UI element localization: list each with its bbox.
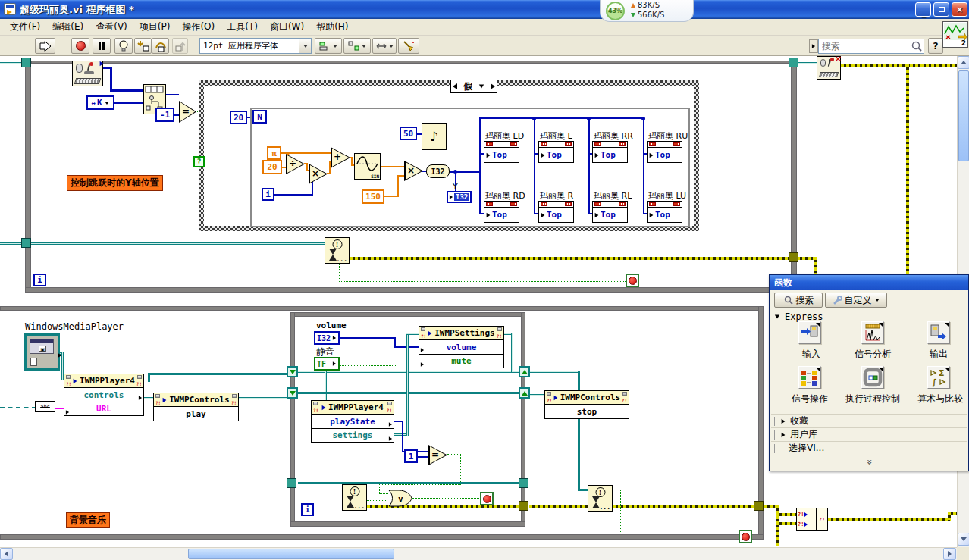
search-history-button[interactable] <box>809 39 818 53</box>
property-row-controls[interactable]: controls <box>64 388 143 402</box>
stop-button-terminal[interactable] <box>480 492 494 505</box>
multiply-node[interactable]: × <box>404 161 423 181</box>
palette-item-input[interactable] <box>798 321 821 344</box>
mario-property-node[interactable]: Top <box>484 141 519 163</box>
case-structure-border[interactable] <box>199 80 699 86</box>
to-long-integer-node[interactable]: I32 <box>426 164 450 178</box>
mario-property-node[interactable]: Top <box>538 141 574 163</box>
palette-search-button[interactable]: 搜索 <box>774 293 823 308</box>
sine-function-node[interactable]: SIN <box>354 153 381 180</box>
minus-one-constant[interactable]: -1 <box>155 108 174 122</box>
font-dropdown-arrow[interactable] <box>299 39 311 53</box>
shift-register-right[interactable] <box>519 366 530 377</box>
stop-button-terminal[interactable] <box>626 274 639 287</box>
resize-objects-button[interactable] <box>372 38 397 54</box>
acquire-input-data-icon[interactable] <box>72 61 103 86</box>
menu-window[interactable]: 窗口(W) <box>265 19 309 35</box>
palette-category-favorites[interactable]: 收藏 <box>771 414 967 427</box>
functions-palette[interactable]: 函数 搜索 自定义 Express <box>769 274 969 471</box>
key-enum-constant[interactable]: ↔K <box>86 95 114 110</box>
palette-item-output[interactable] <box>927 321 950 344</box>
mario-property-node[interactable]: Top <box>647 201 682 223</box>
mute-terminal[interactable]: TF <box>314 357 340 371</box>
search-icon[interactable] <box>910 40 924 52</box>
inner-while-loop-border[interactable] <box>290 312 525 317</box>
abort-button[interactable] <box>71 38 89 54</box>
step-into-button[interactable] <box>134 38 152 54</box>
net-speed-ball[interactable]: 43% <box>606 2 625 20</box>
close-input-device-icon[interactable]: × <box>817 56 841 80</box>
merge-errors-node[interactable]: ?!?! ?! <box>796 508 828 531</box>
twenty-constant[interactable]: 20 <box>262 160 282 174</box>
one-constant[interactable]: 1 <box>404 449 418 463</box>
mario-property-node[interactable]: Top <box>592 141 628 163</box>
add-node[interactable]: + <box>331 147 350 168</box>
play-invoke-node[interactable]: ?!?!IWMPControls play <box>153 393 239 421</box>
divide-node[interactable]: ÷ <box>286 154 305 174</box>
shift-register-right[interactable] <box>519 387 530 399</box>
step-out-button[interactable] <box>172 38 188 54</box>
time-delay-node[interactable]: !... <box>325 237 350 264</box>
wmp-activex-container[interactable]: ▣ <box>24 333 60 371</box>
menu-edit[interactable]: 编辑(E) <box>47 19 89 35</box>
title-bar[interactable]: 超级玛丽奥.vi 程序框图 * _ × <box>0 0 969 19</box>
while-loop-border[interactable] <box>25 61 31 293</box>
palette-item-signal-analysis[interactable] <box>861 321 884 344</box>
while-loop-border[interactable] <box>0 306 764 311</box>
shift-register-left[interactable] <box>287 366 298 377</box>
search-input[interactable] <box>819 41 910 52</box>
count-constant[interactable]: 20 <box>230 111 247 124</box>
step-over-button[interactable] <box>152 38 169 54</box>
equal-node[interactable]: = <box>179 101 196 123</box>
property-row-volume[interactable]: volume <box>419 340 503 354</box>
volume-terminal[interactable]: I32 <box>314 331 340 345</box>
beep-vi-icon[interactable]: ♪ <box>422 123 447 150</box>
palette-item-exec-control[interactable] <box>861 366 884 389</box>
amplitude-constant[interactable]: 150 <box>362 189 384 204</box>
iteration-terminal[interactable]: i <box>301 503 314 516</box>
bgm-comment-label[interactable]: 背景音乐 <box>66 512 110 528</box>
run-button[interactable] <box>35 38 55 54</box>
time-delay-node[interactable]: !... <box>342 484 367 511</box>
inner-while-loop-border[interactable] <box>290 312 295 527</box>
menu-project[interactable]: 项目(P) <box>134 19 176 35</box>
horizontal-scroll-thumb[interactable] <box>188 549 394 559</box>
method-row-stop[interactable]: stop <box>545 405 629 418</box>
vi-icon[interactable]: 2 <box>942 21 968 48</box>
palette-title-bar[interactable]: 函数 <box>770 275 968 290</box>
property-row-playstate[interactable]: playState <box>312 415 394 428</box>
case-dropdown-icon[interactable] <box>479 85 484 89</box>
player2-property-node[interactable]: ?!?!IWMPPlayer4 playState settings <box>311 400 394 443</box>
cleanup-diagram-button[interactable] <box>398 38 419 54</box>
stop-invoke-node[interactable]: ?!?!IWMPControls stop <box>544 390 629 419</box>
menu-view[interactable]: 查看(V) <box>90 19 133 35</box>
net-speed-widget[interactable]: 43% 83K/S 566K/S <box>600 0 694 22</box>
close-button[interactable]: × <box>952 2 967 17</box>
property-row-url[interactable]: URL <box>64 402 143 415</box>
font-selector[interactable]: 12pt 应用程序字体 <box>199 38 312 54</box>
context-help-button[interactable]: ? <box>928 38 943 54</box>
horizontal-scrollbar[interactable] <box>0 547 957 560</box>
method-row-play[interactable]: play <box>154 407 238 421</box>
settings-property-node[interactable]: ?!?!IWMPSettings volume mute <box>419 326 504 368</box>
palette-customize-button[interactable]: 自定义 <box>825 293 887 308</box>
while-loop-border[interactable] <box>25 287 797 293</box>
player1-property-node[interactable]: ?!?!IWMPPlayer4 controls URL <box>64 374 144 416</box>
mario-property-node[interactable]: Top <box>484 201 519 223</box>
y-local-variable[interactable]: I32 <box>447 191 472 203</box>
loop-condition-terminal[interactable] <box>739 530 752 543</box>
scroll-right-button[interactable] <box>943 548 956 560</box>
property-row-settings[interactable]: settings <box>312 428 394 442</box>
palette-item-signal-ops[interactable] <box>798 366 821 389</box>
jump-comment-label[interactable]: 控制跳跃时的Y轴位置 <box>67 175 163 191</box>
mario-property-node[interactable]: Top <box>592 201 628 223</box>
minimize-button[interactable]: _ <box>915 2 931 17</box>
highlight-execution-button[interactable] <box>114 38 133 54</box>
palette-category-userlib[interactable]: 用户库 <box>771 427 967 441</box>
restore-button[interactable] <box>933 2 949 17</box>
menu-tools[interactable]: 工具(T) <box>221 19 263 35</box>
align-objects-button[interactable] <box>315 38 342 54</box>
palette-expand-chevron[interactable]: » <box>864 453 875 471</box>
menu-file[interactable]: 文件(F) <box>5 19 45 35</box>
menu-help[interactable]: 帮助(H) <box>311 19 353 35</box>
